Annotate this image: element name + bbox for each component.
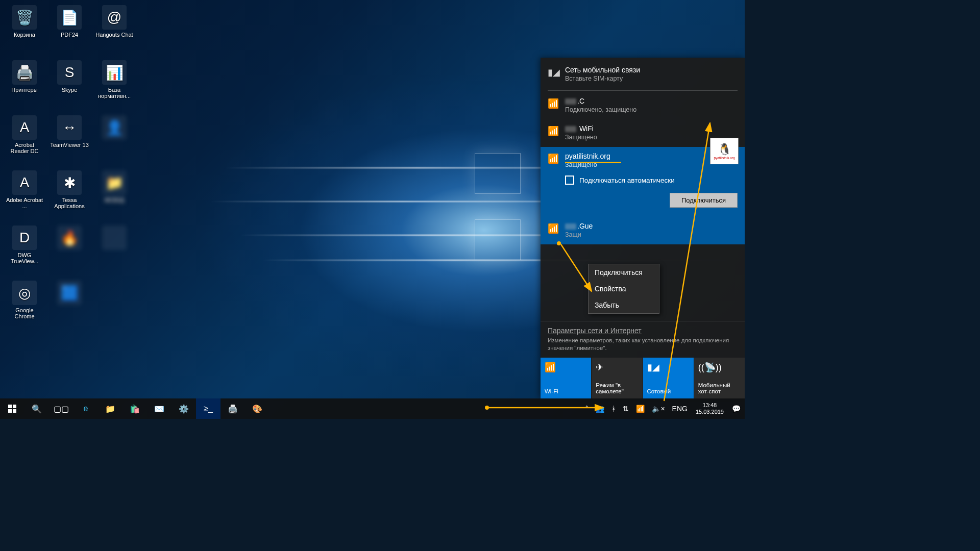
context-menu-item[interactable]: Забыть [589,297,659,313]
powershell-icon[interactable]: ≥_ [196,398,220,419]
context-menu-item[interactable]: Подключиться [589,264,659,281]
network-tile[interactable]: ▮◢ Сотовый [643,358,694,398]
wifi-icon: 📶 [548,98,558,109]
desktop-icon[interactable]: 📄 PDF24 [49,4,90,51]
desktop-icon[interactable]: @ Hangouts Chat [94,4,135,51]
desktop-icon[interactable]: 🟦 [49,280,90,327]
tile-icon: ✈ [596,362,638,373]
network-status: Подключено, защищено [565,106,738,113]
file-explorer-icon[interactable]: 📁 [98,398,122,419]
app-label: Acrobat Reader DC [5,142,44,154]
network-settings-section: Параметры сети и Интернет Изменение пара… [541,321,745,358]
desktop-icon[interactable]: ◎ Google Chrome [4,280,45,327]
store-icon[interactable]: 🛍️ [122,398,147,419]
network-item[interactable]: 📶 xx.Gue Защи [541,217,745,244]
penguin-icon: 🐧 [718,143,731,156]
app-icon: 👤 [102,115,127,140]
network-tile[interactable]: ((📡)) Мобильный хот-спот [694,358,745,398]
tile-icon: 📶 [545,362,587,373]
app-label: Adobe Acrobat ... [5,197,44,209]
desktop-icon[interactable] [94,224,135,271]
tile-icon: ((📡)) [698,362,741,373]
network-name: xx.C [565,97,738,105]
desktop-icon[interactable]: 🔥 [49,224,90,271]
network-settings-link[interactable]: Параметры сети и Интернет [548,327,738,335]
svg-rect-5 [8,405,12,408]
desktop-icon[interactable]: D DWG TrueView... [4,224,45,271]
edge-icon[interactable]: e [74,398,98,419]
svg-rect-7 [8,409,12,413]
app-label: Tessa Applications [50,197,89,209]
app-icon [102,226,127,250]
desktop-icon[interactable]: 📊 База нормативн... [94,59,135,106]
app-label: Hangouts Chat [95,32,133,38]
desktop-icon[interactable]: 📁 МСВУД [94,169,135,216]
app-icon: ↔ [57,115,82,140]
network-item-cellular[interactable]: ▮◢ Сеть мобильной связи Вставьте SIM-кар… [541,61,745,88]
wifi-icon: 📶 [548,223,558,234]
mail-icon[interactable]: ✉️ [147,398,172,419]
app-label: DWG TrueView... [5,252,44,264]
start-button[interactable] [0,398,24,419]
wifi-icon: 📶 [548,153,558,164]
tray-bluetooth-icon[interactable]: ᚼ [608,398,619,419]
network-quick-tiles: 📶 Wi-Fi✈ Режим "в самолете"▮◢ Сотовый((📡… [541,358,745,398]
app-icon: A [12,115,37,140]
tray-time: 13:48 [703,402,717,409]
app-label: Корзина [14,32,35,38]
network-tile[interactable]: ✈ Режим "в самолете" [592,358,643,398]
auto-connect-label: Подключаться автоматически [579,177,675,184]
app-icon: 🗑️ [12,5,37,30]
app-icon: A [12,170,37,195]
desktop-icon[interactable]: S Skype [49,59,90,106]
network-settings-desc: Изменение параметров, таких как установл… [548,337,738,352]
tray-clock[interactable]: 13:48 15.03.2019 [692,398,728,419]
printer-icon[interactable]: 🖨️ [220,398,245,419]
network-item[interactable]: 📶 xx.C Подключено, защищено [541,92,745,119]
network-status: Вставьте SIM-карту [565,75,738,82]
tray-action-center-icon[interactable]: 💬 [729,398,744,419]
context-menu: ПодключитьсяСвойстваЗабыть [588,264,659,314]
network-name: xx.Gue [565,222,738,230]
tile-label: Сотовый [647,388,690,394]
taskbar: 🔍 ▢▢ e 📁 🛍️ ✉️ ⚙️ ≥_ 🖨️ 🎨 ˄ 👥 ᚼ ⇅ 📶 🔈× E… [0,398,745,419]
desktop-icon[interactable]: ✱ Tessa Applications [49,169,90,216]
divider [548,90,738,91]
desktop-icon[interactable]: A Adobe Acrobat ... [4,169,45,216]
svg-rect-8 [13,409,16,413]
paint-icon[interactable]: 🎨 [245,398,270,419]
app-label: Google Chrome [5,307,44,319]
tray-language[interactable]: ENG [669,398,691,419]
tile-label: Режим "в самолете" [596,382,638,394]
desktop-icon[interactable]: 👤 [94,114,135,161]
search-button[interactable]: 🔍 [24,398,49,419]
app-icon: 🖨️ [12,60,37,85]
annotation-underline [565,162,621,163]
connect-button[interactable]: Подключиться [670,193,738,208]
tray-people-icon[interactable]: 👥 [593,398,607,419]
network-tile[interactable]: 📶 Wi-Fi [541,358,592,398]
context-menu-item[interactable]: Свойства [589,281,659,297]
app-icon: 📄 [57,5,82,30]
app-label: База нормативн... [95,87,134,99]
wifi-icon: 📶 [548,126,558,137]
tray-network-icon[interactable]: ⇅ [620,398,632,419]
settings-icon[interactable]: ⚙️ [172,398,196,419]
tray-volume-icon[interactable]: 🔈× [649,398,668,419]
app-label: МСВУД [105,197,124,203]
network-status: Защи [565,231,738,238]
app-label: TeamViewer 13 [50,142,89,148]
task-view-button[interactable]: ▢▢ [49,398,74,419]
app-icon: D [12,226,37,250]
network-selected-body: Подключаться автоматически Подключиться [541,168,745,217]
desktop-icon[interactable]: 🖨️ Принтеры [4,59,45,106]
tray-wifi-icon[interactable]: 📶 [633,398,648,419]
app-label: Принтеры [11,87,37,93]
desktop-icon[interactable]: 🗑️ Корзина [4,4,45,51]
tray-chevron-up-icon[interactable]: ˄ [582,398,592,419]
network-name: xx WiFi [565,124,738,133]
desktop-icon[interactable]: A Acrobat Reader DC [4,114,45,161]
auto-connect-checkbox[interactable] [565,176,574,185]
desktop-icon[interactable]: ↔ TeamViewer 13 [49,114,90,161]
app-icon: 📁 [102,170,127,195]
